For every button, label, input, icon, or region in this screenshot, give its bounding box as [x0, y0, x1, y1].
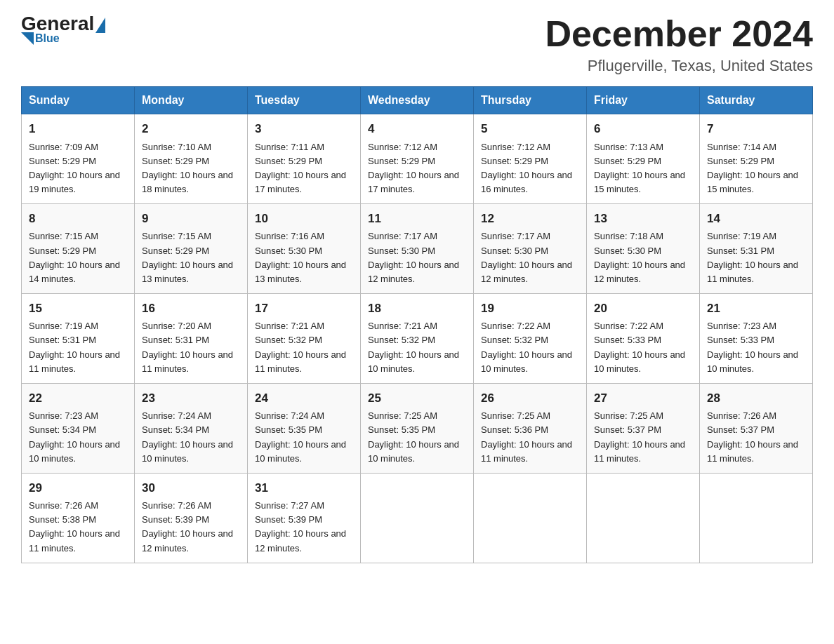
calendar-cell: 22Sunrise: 7:23 AMSunset: 5:34 PMDayligh… — [22, 383, 135, 473]
calendar-week-row: 22Sunrise: 7:23 AMSunset: 5:34 PMDayligh… — [22, 383, 813, 473]
col-thursday: Thursday — [474, 87, 587, 114]
calendar-cell: 8Sunrise: 7:15 AMSunset: 5:29 PMDaylight… — [22, 204, 135, 294]
calendar-cell: 18Sunrise: 7:21 AMSunset: 5:32 PMDayligh… — [361, 294, 474, 384]
day-number: 19 — [481, 300, 579, 318]
calendar-cell: 16Sunrise: 7:20 AMSunset: 5:31 PMDayligh… — [135, 294, 248, 384]
day-info: Sunrise: 7:12 AMSunset: 5:29 PMDaylight:… — [368, 142, 459, 194]
day-number: 2 — [142, 120, 240, 138]
calendar-cell: 25Sunrise: 7:25 AMSunset: 5:35 PMDayligh… — [361, 383, 474, 473]
calendar-cell: 26Sunrise: 7:25 AMSunset: 5:36 PMDayligh… — [474, 383, 587, 473]
location-subtitle: Pflugerville, Texas, United States — [545, 57, 813, 75]
day-number: 8 — [29, 210, 127, 228]
calendar-cell: 13Sunrise: 7:18 AMSunset: 5:30 PMDayligh… — [587, 204, 700, 294]
calendar-table: Sunday Monday Tuesday Wednesday Thursday… — [21, 86, 813, 563]
day-info: Sunrise: 7:27 AMSunset: 5:39 PMDaylight:… — [255, 500, 346, 553]
calendar-cell: 20Sunrise: 7:22 AMSunset: 5:33 PMDayligh… — [587, 294, 700, 384]
day-number: 26 — [481, 389, 579, 408]
day-number: 1 — [29, 120, 127, 138]
day-info: Sunrise: 7:23 AMSunset: 5:33 PMDaylight:… — [707, 321, 798, 373]
day-number: 15 — [29, 300, 127, 318]
day-number: 11 — [368, 210, 466, 228]
day-info: Sunrise: 7:26 AMSunset: 5:38 PMDaylight:… — [29, 500, 120, 553]
col-wednesday: Wednesday — [361, 87, 474, 114]
day-info: Sunrise: 7:24 AMSunset: 5:34 PMDaylight:… — [142, 410, 233, 463]
day-info: Sunrise: 7:15 AMSunset: 5:29 PMDaylight:… — [29, 231, 120, 283]
calendar-cell — [361, 473, 474, 563]
day-number: 22 — [29, 389, 127, 408]
day-number: 6 — [594, 120, 692, 138]
day-info: Sunrise: 7:17 AMSunset: 5:30 PMDaylight:… — [368, 231, 459, 283]
day-number: 4 — [368, 120, 466, 138]
calendar-cell: 10Sunrise: 7:16 AMSunset: 5:30 PMDayligh… — [248, 204, 361, 294]
day-number: 23 — [142, 389, 240, 408]
col-monday: Monday — [135, 87, 248, 114]
day-number: 21 — [707, 300, 805, 318]
day-number: 31 — [255, 479, 353, 497]
day-info: Sunrise: 7:26 AMSunset: 5:39 PMDaylight:… — [142, 500, 233, 553]
calendar-cell: 28Sunrise: 7:26 AMSunset: 5:37 PMDayligh… — [700, 383, 813, 473]
calendar-cell: 15Sunrise: 7:19 AMSunset: 5:31 PMDayligh… — [22, 294, 135, 384]
day-info: Sunrise: 7:11 AMSunset: 5:29 PMDaylight:… — [255, 142, 346, 194]
calendar-week-row: 29Sunrise: 7:26 AMSunset: 5:38 PMDayligh… — [22, 473, 813, 563]
calendar-cell: 4Sunrise: 7:12 AMSunset: 5:29 PMDaylight… — [361, 114, 474, 204]
logo-triangle-icon — [95, 18, 105, 33]
day-info: Sunrise: 7:20 AMSunset: 5:31 PMDaylight:… — [142, 321, 233, 373]
calendar-cell: 11Sunrise: 7:17 AMSunset: 5:30 PMDayligh… — [361, 204, 474, 294]
day-number: 3 — [255, 120, 353, 138]
calendar-cell — [587, 473, 700, 563]
calendar-cell: 31Sunrise: 7:27 AMSunset: 5:39 PMDayligh… — [248, 473, 361, 563]
day-number: 9 — [142, 210, 240, 228]
calendar-cell: 6Sunrise: 7:13 AMSunset: 5:29 PMDaylight… — [587, 114, 700, 204]
calendar-cell: 29Sunrise: 7:26 AMSunset: 5:38 PMDayligh… — [22, 473, 135, 563]
calendar-header-row: Sunday Monday Tuesday Wednesday Thursday… — [22, 87, 813, 114]
day-info: Sunrise: 7:19 AMSunset: 5:31 PMDaylight:… — [707, 231, 798, 283]
calendar-cell — [700, 473, 813, 563]
day-number: 29 — [29, 479, 127, 497]
col-tuesday: Tuesday — [248, 87, 361, 114]
day-info: Sunrise: 7:22 AMSunset: 5:33 PMDaylight:… — [594, 321, 685, 373]
day-number: 5 — [481, 120, 579, 138]
col-friday: Friday — [587, 87, 700, 114]
day-info: Sunrise: 7:09 AMSunset: 5:29 PMDaylight:… — [29, 142, 120, 194]
day-info: Sunrise: 7:21 AMSunset: 5:32 PMDaylight:… — [368, 321, 459, 373]
calendar-cell: 24Sunrise: 7:24 AMSunset: 5:35 PMDayligh… — [248, 383, 361, 473]
day-info: Sunrise: 7:19 AMSunset: 5:31 PMDaylight:… — [29, 321, 120, 373]
day-info: Sunrise: 7:16 AMSunset: 5:30 PMDaylight:… — [255, 231, 346, 283]
day-number: 7 — [707, 120, 805, 138]
calendar-cell: 23Sunrise: 7:24 AMSunset: 5:34 PMDayligh… — [135, 383, 248, 473]
logo-general-text: General — [21, 14, 94, 34]
day-number: 14 — [707, 210, 805, 228]
day-number: 17 — [255, 300, 353, 318]
day-info: Sunrise: 7:25 AMSunset: 5:37 PMDaylight:… — [594, 410, 685, 463]
day-info: Sunrise: 7:17 AMSunset: 5:30 PMDaylight:… — [481, 231, 572, 283]
day-info: Sunrise: 7:18 AMSunset: 5:30 PMDaylight:… — [594, 231, 685, 283]
month-title: December 2024 — [545, 14, 813, 54]
day-number: 12 — [481, 210, 579, 228]
calendar-cell: 17Sunrise: 7:21 AMSunset: 5:32 PMDayligh… — [248, 294, 361, 384]
day-number: 16 — [142, 300, 240, 318]
calendar-cell: 1Sunrise: 7:09 AMSunset: 5:29 PMDaylight… — [22, 114, 135, 204]
col-sunday: Sunday — [22, 87, 135, 114]
calendar-cell: 12Sunrise: 7:17 AMSunset: 5:30 PMDayligh… — [474, 204, 587, 294]
calendar-cell: 2Sunrise: 7:10 AMSunset: 5:29 PMDaylight… — [135, 114, 248, 204]
day-number: 13 — [594, 210, 692, 228]
day-info: Sunrise: 7:24 AMSunset: 5:35 PMDaylight:… — [255, 410, 346, 463]
day-info: Sunrise: 7:25 AMSunset: 5:36 PMDaylight:… — [481, 410, 572, 463]
title-area: December 2024 Pflugerville, Texas, Unite… — [545, 14, 813, 75]
calendar-week-row: 8Sunrise: 7:15 AMSunset: 5:29 PMDaylight… — [22, 204, 813, 294]
logo-blue-accent-icon — [21, 32, 34, 45]
calendar-cell: 21Sunrise: 7:23 AMSunset: 5:33 PMDayligh… — [700, 294, 813, 384]
calendar-cell: 27Sunrise: 7:25 AMSunset: 5:37 PMDayligh… — [587, 383, 700, 473]
day-number: 28 — [707, 389, 805, 408]
day-number: 18 — [368, 300, 466, 318]
day-number: 30 — [142, 479, 240, 497]
day-info: Sunrise: 7:13 AMSunset: 5:29 PMDaylight:… — [594, 142, 685, 194]
day-info: Sunrise: 7:23 AMSunset: 5:34 PMDaylight:… — [29, 410, 120, 463]
calendar-cell: 14Sunrise: 7:19 AMSunset: 5:31 PMDayligh… — [700, 204, 813, 294]
logo: General Blue — [21, 14, 107, 45]
day-info: Sunrise: 7:25 AMSunset: 5:35 PMDaylight:… — [368, 410, 459, 463]
day-info: Sunrise: 7:10 AMSunset: 5:29 PMDaylight:… — [142, 142, 233, 194]
header: General Blue December 2024 Pflugerville,… — [21, 14, 813, 75]
logo-blue-text: Blue — [35, 32, 60, 45]
day-info: Sunrise: 7:14 AMSunset: 5:29 PMDaylight:… — [707, 142, 798, 194]
